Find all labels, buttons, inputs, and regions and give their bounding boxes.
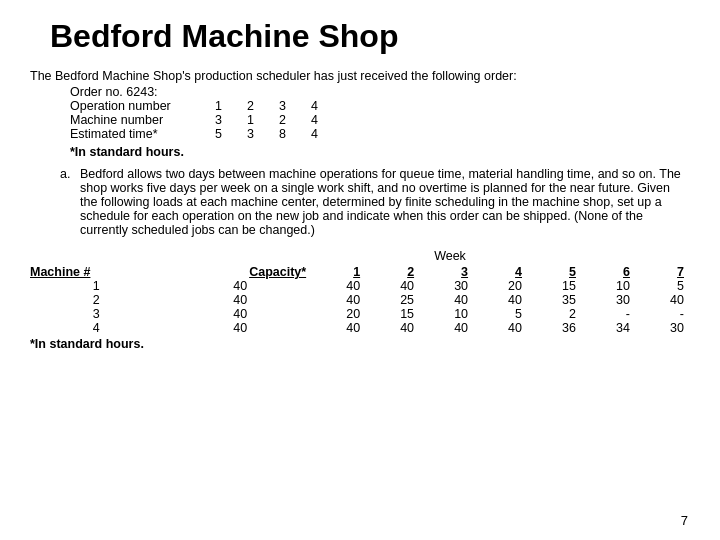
cell-r1-c5: 40 [474,293,528,307]
item-a-text: Bedford allows two days between machine … [80,167,690,237]
cell-r1-c1: 40 [168,293,312,307]
cell-r1-c7: 30 [582,293,636,307]
op-v4: 4 [311,99,343,113]
cell-r0-c5: 20 [474,279,528,293]
cell-r0-c8: 5 [636,279,690,293]
et-v2: 3 [247,127,279,141]
order-no-line: Order no. 6243: [70,85,690,99]
cell-r3-c5: 40 [474,321,528,335]
page: Bedford Machine Shop The Bedford Machine… [0,0,720,540]
page-number: 7 [681,513,688,528]
schedule-footnote: *In standard hours. [30,337,690,351]
cell-r2-c6: 2 [528,307,582,321]
cell-r3-c6: 36 [528,321,582,335]
intro-text: The Bedford Machine Shop's production sc… [30,69,690,83]
cell-r3-c0: 4 [30,321,168,335]
col-w1: 1 [312,265,366,279]
cell-r1-c4: 40 [420,293,474,307]
schedule-row: 34020151052-- [30,307,690,321]
item-a: a. Bedford allows two days between machi… [60,167,690,237]
mn-v4: 4 [311,113,343,127]
op-v2: 2 [247,99,279,113]
col-w7: 7 [636,265,690,279]
mn-v1: 3 [215,113,247,127]
cell-r1-c2: 40 [312,293,366,307]
cell-r2-c5: 5 [474,307,528,321]
cell-r2-c1: 40 [168,307,312,321]
schedule-header-row: Machine # Capacity* 1 2 3 4 5 6 7 [30,265,690,279]
order-no-label: Order no. 6243: [70,85,215,99]
schedule-table: Machine # Capacity* 1 2 3 4 5 6 7 140404… [30,265,690,335]
cell-r3-c8: 30 [636,321,690,335]
cell-r3-c2: 40 [312,321,366,335]
cell-r2-c7: - [582,307,636,321]
cell-r0-c2: 40 [312,279,366,293]
cell-r0-c3: 40 [366,279,420,293]
cell-r2-c8: - [636,307,690,321]
cell-r0-c0: 1 [30,279,168,293]
schedule-row: 1404040302015105 [30,279,690,293]
cell-r1-c0: 2 [30,293,168,307]
cell-r1-c8: 40 [636,293,690,307]
machine-number-row: Machine number 3 1 2 4 [70,113,690,127]
col-w3: 3 [420,265,474,279]
col-w5: 5 [528,265,582,279]
cell-r0-c6: 15 [528,279,582,293]
operation-number-row: Operation number 1 2 3 4 [70,99,690,113]
col-w6: 6 [582,265,636,279]
cell-r2-c3: 15 [366,307,420,321]
cell-r3-c1: 40 [168,321,312,335]
et-v3: 8 [279,127,311,141]
cell-r0-c7: 10 [582,279,636,293]
cell-r2-c0: 3 [30,307,168,321]
order-block: Order no. 6243: Operation number 1 2 3 4… [70,85,690,141]
cell-r2-c2: 20 [312,307,366,321]
op-v3: 3 [279,99,311,113]
mn-v2: 1 [247,113,279,127]
cell-r0-c1: 40 [168,279,312,293]
week-label: Week [210,249,690,263]
et-v4: 4 [311,127,343,141]
cell-r1-c6: 35 [528,293,582,307]
schedule-row: 44040404040363430 [30,321,690,335]
op-v1: 1 [215,99,247,113]
cell-r2-c4: 10 [420,307,474,321]
estimated-time-row: Estimated time* 5 3 8 4 [70,127,690,141]
cell-r3-c4: 40 [420,321,474,335]
mn-v3: 2 [279,113,311,127]
cell-r3-c7: 34 [582,321,636,335]
col-w4: 4 [474,265,528,279]
col-w2: 2 [366,265,420,279]
et-v1: 5 [215,127,247,141]
cell-r3-c3: 40 [366,321,420,335]
operation-number-label: Operation number [70,99,215,113]
page-title: Bedford Machine Shop [30,18,690,55]
schedule-section: Week Machine # Capacity* 1 2 3 4 5 6 7 1… [30,249,690,351]
col-machine: Machine # [30,265,168,279]
machine-number-label: Machine number [70,113,215,127]
schedule-row: 24040254040353040 [30,293,690,307]
order-footnote: *In standard hours. [70,145,690,159]
estimated-time-label: Estimated time* [70,127,215,141]
item-a-label: a. [60,167,80,237]
cell-r0-c4: 30 [420,279,474,293]
cell-r1-c3: 25 [366,293,420,307]
col-capacity: Capacity* [168,265,312,279]
